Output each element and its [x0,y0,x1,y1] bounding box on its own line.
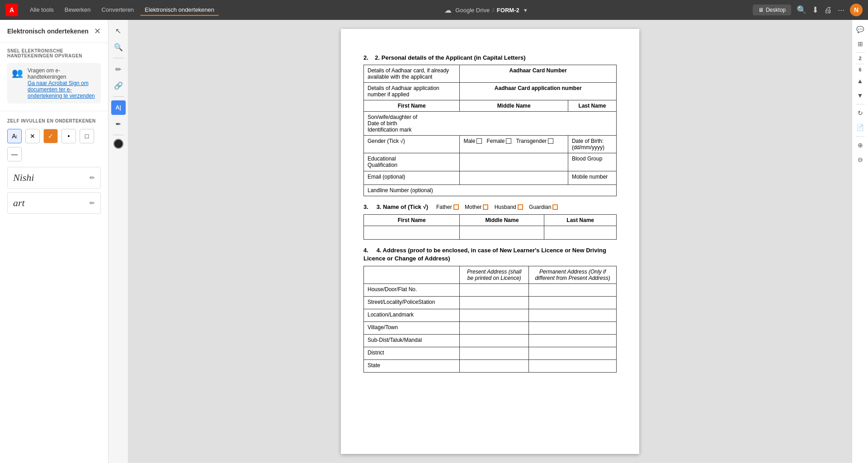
female-option: Female [486,138,511,144]
son-wife-label: Son/wife/daughter of [368,114,613,120]
grid-btn[interactable]: ⊞ [854,38,866,50]
text-tool-active[interactable]: A| [111,100,126,115]
husband-checkbox[interactable] [518,204,523,210]
village-permanent[interactable] [529,322,617,335]
sub-dist-row: Sub-Dist/Taluk/Mandal [364,335,617,347]
link-tool[interactable]: 🔗 [111,78,126,93]
sidebar-close-button[interactable]: ✕ [94,26,101,36]
color-picker[interactable] [113,139,123,149]
nav-alle-tools[interactable]: Alle tools [25,5,58,16]
edit-signature-nishi[interactable]: ✏ [90,174,95,181]
cursor-tool[interactable]: ↖ [111,24,126,38]
search-icon[interactable]: 🔍 [797,5,807,15]
dropdown-icon[interactable]: ▾ [524,7,527,14]
edu-qual-value-cell[interactable] [460,153,568,171]
section3-num: 3. [363,203,368,210]
signature-art: art [13,197,25,209]
state-permanent[interactable] [529,360,617,373]
male-option: Male [463,138,482,144]
house-permanent[interactable] [529,284,617,297]
signature-block-nishi[interactable]: Nishi ✏ [7,167,101,189]
more-icon[interactable]: ··· [838,5,844,15]
female-checkbox[interactable] [506,138,511,144]
zoom-in-btn[interactable]: ⊕ [854,139,866,151]
address-table: Present Address (shall be printed on Lic… [363,266,617,373]
tool-dot[interactable]: • [61,129,76,143]
district-present[interactable] [460,347,529,360]
village-present[interactable] [460,322,529,335]
district-permanent[interactable] [529,347,617,360]
state-present[interactable] [460,360,529,373]
email-value-cell[interactable] [460,171,568,185]
cloud-icon: ☁ [444,6,452,14]
document-btn[interactable]: 📄 [854,122,866,133]
male-checkbox[interactable] [476,138,482,144]
guardian-checkbox[interactable] [552,204,558,210]
edu-row: EducationalQualification Blood Group [364,153,617,171]
mother-checkbox[interactable] [483,204,488,210]
father-option: Father [436,204,459,210]
main-layout: Elektronisch ondertekenen ✕ SNEL ELEKTRO… [0,20,868,463]
print-icon[interactable]: 🖨 [824,5,832,15]
zoom-tool[interactable]: 🔍 [111,40,126,54]
district-label: District [364,347,460,360]
section3-label: 3. Name of (Tick √) [377,203,429,210]
nav-converteren[interactable]: Converteren [97,5,139,16]
right-divider3 [856,104,865,104]
tool-rectangle[interactable]: □ [80,129,94,143]
zoom-out-btn[interactable]: ⊖ [854,154,866,165]
street-label: Street/Locality/PoliceStation [364,297,460,309]
section2-title: 2. Personal details of the Applicant (in… [375,54,525,61]
nav-elektronisch[interactable]: Elektronisch ondertekenen [140,5,219,16]
sidebar-section1-title: SNEL ELEKTRONISCHE HANDTEKENINGEN OPVRAG… [7,48,101,58]
dob-cell: Date of Birth:(dd/mm/yyyy) [568,136,616,153]
edit-signature-art[interactable]: ✏ [90,199,95,207]
breadcrumb-google-drive[interactable]: Google Drive [455,7,490,14]
pen-tool[interactable]: ✏ [111,62,126,76]
tool-text[interactable]: A| [7,129,22,143]
gender-row: Gender (Tick √) Male Female [364,136,617,153]
aadhaar-app-num-cell[interactable]: Aadhaar Card application number [460,83,617,100]
breadcrumb-separator: / [492,7,494,14]
aadhaar-num-cell[interactable]: Aadhaar Card Number [460,65,617,83]
section3-last-value[interactable] [544,226,617,240]
comments-btn[interactable]: 💬 [854,24,866,35]
promo-icon: 👥 [12,67,23,78]
father-checkbox[interactable] [453,204,459,210]
sub-dist-permanent[interactable] [529,335,617,347]
section3-container: 3. 3. Name of (Tick √) Father Mother Hus… [363,203,617,211]
section3-middle-value[interactable] [460,226,544,240]
content-area: 2. 2. Personal details of the Applicant … [128,20,852,463]
desktop-button[interactable]: 🖥 Desktop [753,5,791,15]
signature-block-art[interactable]: art ✏ [7,192,101,214]
scroll-up-btn[interactable]: ▲ [854,75,866,87]
scroll-down-btn[interactable]: ▼ [854,90,866,101]
sidebar-header: Elektronisch ondertekenen ✕ [0,20,108,43]
tool-cross[interactable]: ✕ [25,129,40,143]
section3-first-value[interactable] [364,226,460,240]
sidebar-section-signatures: SNEL ELEKTRONISCHE HANDTEKENINGEN OPVRAG… [0,43,108,109]
download-icon[interactable]: ⬇ [812,5,819,15]
tool-checkmark[interactable]: ✓ [43,129,58,143]
transgender-checkbox[interactable] [548,138,553,144]
sub-dist-present[interactable] [460,335,529,347]
nav-bewerken[interactable]: Bewerken [60,5,95,16]
signature-nishi: Nishi [13,172,34,184]
refresh-btn[interactable]: ↻ [854,107,866,119]
section4-num: 4. [363,247,368,254]
house-present[interactable] [460,284,529,297]
tool-line[interactable]: — [7,147,22,161]
page-num-2[interactable]: 2 [859,56,861,61]
street-permanent[interactable] [529,297,617,309]
page-num-6[interactable]: 6 [859,67,861,72]
location-permanent[interactable] [529,309,617,322]
promo-link[interactable]: Ga naar Acrobat Sign om documenten ter e… [28,80,96,99]
right-divider2 [856,64,865,64]
family-row: Son/wife/daughter of Date of birth Ident… [364,112,617,136]
avatar[interactable]: N [850,4,863,16]
street-present[interactable] [460,297,529,309]
dob-format-label: Date of Birth:(dd/mm/yyyy) [572,138,613,151]
signature-tool[interactable]: ✒ [111,117,126,131]
aadhaar-label-cell: Details of Aadhaar card, if already avai… [364,65,460,83]
location-present[interactable] [460,309,529,322]
